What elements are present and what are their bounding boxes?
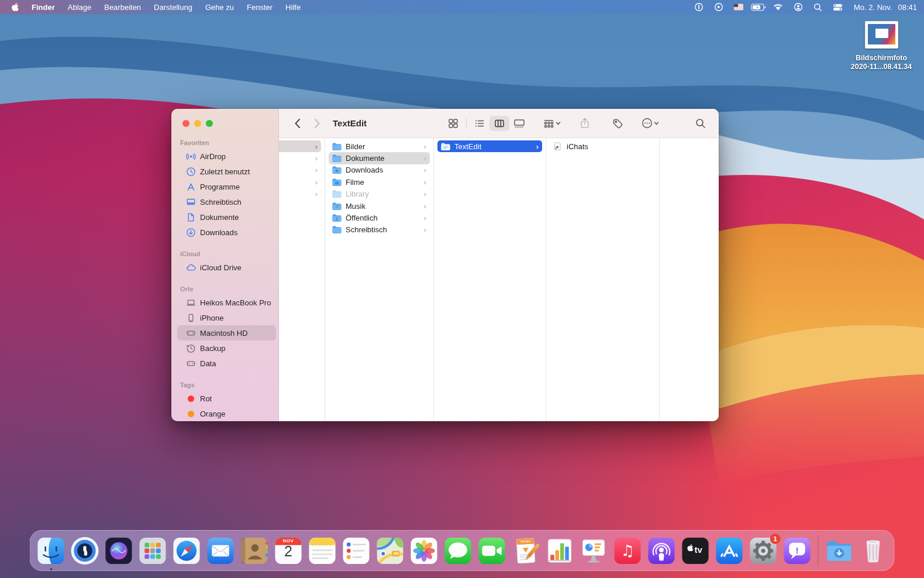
- zoom-button[interactable]: [206, 120, 213, 127]
- dock-podcasts[interactable]: [647, 536, 677, 566]
- dock-tv[interactable]: tv: [681, 536, 711, 566]
- dock-safari[interactable]: [172, 536, 202, 566]
- column1-row[interactable]: ›: [279, 188, 321, 200]
- column-documents: TextEdit ›: [434, 138, 546, 421]
- menu-bearbeiten[interactable]: Bearbeiten: [98, 0, 147, 14]
- dock-app-store[interactable]: [715, 536, 744, 566]
- menu-bar-clock[interactable]: Mo. 2. Nov. 08:41: [850, 3, 917, 12]
- menu-fenster[interactable]: Fenster: [240, 0, 279, 14]
- search-button[interactable]: [691, 116, 711, 131]
- folder-row-bilder[interactable]: Bilder ›: [329, 140, 430, 152]
- sidebar-label: AirDrop: [200, 152, 226, 161]
- spotlight-icon[interactable]: [811, 0, 826, 14]
- sidebar-item-zuletzt-benutzt[interactable]: Zuletzt benutzt: [177, 164, 276, 179]
- control-center-icon[interactable]: [830, 0, 846, 14]
- folder-row-filme[interactable]: Filme ›: [329, 176, 430, 188]
- back-button[interactable]: [289, 116, 305, 131]
- folder-row-dokumente[interactable]: Dokumente ›: [329, 152, 430, 164]
- sidebar-item-macbook[interactable]: Heikos MacBook Pro: [177, 295, 276, 310]
- list-view-button[interactable]: [470, 116, 489, 131]
- column-view-button[interactable]: [489, 116, 509, 131]
- gallery-view-button[interactable]: [509, 116, 529, 131]
- dock-feedback-assistant[interactable]: !: [782, 536, 812, 566]
- sidebar-item-iphone[interactable]: iPhone: [177, 310, 276, 325]
- dock-maps[interactable]: 280: [375, 536, 405, 566]
- icon-view-button[interactable]: [443, 116, 463, 131]
- column1-row-selected[interactable]: ›: [279, 140, 321, 152]
- dock-music[interactable]: ♫: [613, 536, 643, 566]
- dock-numbers[interactable]: [545, 536, 575, 566]
- sidebar-item-schreibtisch[interactable]: Schreibtisch: [177, 194, 276, 209]
- desktop-icon: [186, 197, 196, 207]
- dock-separator: [818, 535, 819, 566]
- dock-notes[interactable]: [308, 536, 337, 566]
- group-by-button[interactable]: [542, 116, 562, 131]
- dock-trash[interactable]: [859, 536, 888, 566]
- dock-launchpad[interactable]: [138, 536, 168, 566]
- dock-siri[interactable]: [104, 536, 134, 566]
- cloud-icon: [186, 263, 196, 273]
- tag-button[interactable]: [608, 116, 628, 131]
- file-row-ichats[interactable]: iChats: [550, 140, 656, 152]
- menu-hilfe[interactable]: Hilfe: [279, 0, 307, 14]
- sidebar-item-backup[interactable]: Backup: [177, 340, 276, 356]
- sidebar-item-airdrop[interactable]: AirDrop: [177, 149, 276, 164]
- dock-photos[interactable]: [409, 536, 439, 566]
- menu-gehe-zu[interactable]: Gehe zu: [199, 0, 240, 14]
- menu-ablage[interactable]: Ablage: [61, 0, 98, 14]
- sidebar-label: iCloud Drive: [200, 263, 242, 272]
- sidebar-item-programme[interactable]: Programme: [177, 179, 276, 194]
- desktop-screenshot-file[interactable]: Bildschirmfoto 2020-11...08.41.34: [842, 21, 920, 71]
- close-button[interactable]: [182, 120, 189, 127]
- power-circle-icon[interactable]: [691, 0, 706, 14]
- dock-keynote[interactable]: [579, 536, 609, 566]
- column1-row[interactable]: ›: [279, 176, 321, 188]
- battery-charging-icon[interactable]: [751, 0, 766, 14]
- view-switcher: [443, 116, 529, 131]
- sidebar-item-dokumente[interactable]: Dokumente: [177, 209, 276, 225]
- play-circle-icon[interactable]: [711, 0, 726, 14]
- more-options-button[interactable]: [640, 116, 660, 131]
- menu-bar-menus: Finder Ablage Bearbeiten Darstellung Geh…: [7, 0, 307, 14]
- dock-reminders[interactable]: [342, 536, 371, 566]
- dock-system-preferences[interactable]: 1: [749, 536, 778, 566]
- sidebar-item-data[interactable]: Data: [177, 356, 276, 371]
- dock-mail[interactable]: [206, 536, 236, 566]
- apple-menu[interactable]: [7, 0, 25, 14]
- dock-facetime[interactable]: [477, 536, 507, 566]
- share-button[interactable]: [575, 116, 595, 131]
- menu-darstellung[interactable]: Darstellung: [147, 0, 199, 14]
- calendar-day: 2: [274, 543, 304, 560]
- sidebar-item-downloads[interactable]: Downloads: [177, 225, 276, 240]
- dock-finder[interactable]: [36, 536, 66, 566]
- sidebar-item-icloud-drive[interactable]: iCloud Drive: [177, 260, 276, 275]
- menu-bar-status-area: Mo. 2. Nov. 08:41: [691, 0, 917, 14]
- folder-row-oeffentlich[interactable]: Öffentlich ›: [329, 212, 430, 223]
- dock-pages[interactable]: PAGES: [511, 536, 541, 566]
- dock-contacts[interactable]: [240, 536, 270, 566]
- applications-icon: [186, 182, 196, 192]
- dock-calendar[interactable]: NOV 2: [274, 536, 304, 566]
- dock-downloads-folder[interactable]: [825, 536, 854, 566]
- forward-button[interactable]: [309, 116, 325, 131]
- dock-1password[interactable]: [70, 536, 100, 566]
- column1-row[interactable]: ›: [279, 164, 321, 176]
- chevron-right-icon: ›: [424, 190, 426, 198]
- iphone-icon: [186, 313, 196, 323]
- input-source-icon[interactable]: [731, 0, 746, 14]
- menu-finder[interactable]: Finder: [25, 0, 61, 14]
- minimize-button[interactable]: [194, 120, 201, 127]
- user-account-icon[interactable]: [791, 0, 806, 14]
- folder-row-textedit-selected[interactable]: TextEdit ›: [437, 140, 542, 152]
- sidebar-item-macintosh-hd[interactable]: Macintosh HD: [177, 325, 276, 340]
- chevron-down-icon: [556, 121, 561, 126]
- dock-messages[interactable]: [443, 536, 473, 566]
- sidebar-item-tag-rot[interactable]: Rot: [177, 391, 276, 406]
- folder-row-downloads[interactable]: Downloads ›: [329, 164, 430, 176]
- folder-row-schreibtisch[interactable]: Schreibtisch ›: [329, 224, 430, 236]
- column1-row[interactable]: ›: [279, 152, 321, 164]
- folder-row-library[interactable]: Library ›: [329, 188, 430, 200]
- folder-row-musik[interactable]: Musik ›: [329, 200, 430, 212]
- sidebar-item-tag-orange[interactable]: Orange: [177, 406, 276, 421]
- wifi-icon[interactable]: [771, 0, 786, 14]
